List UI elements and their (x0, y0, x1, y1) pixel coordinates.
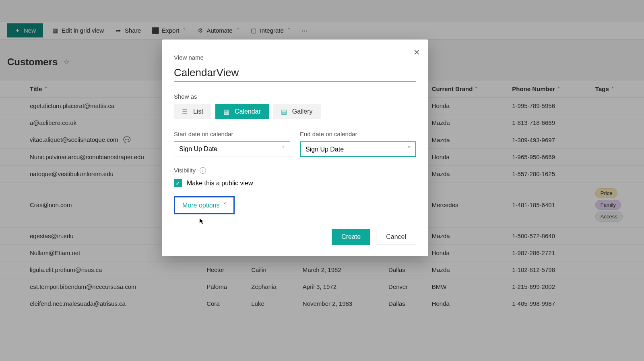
start-date-select[interactable]: Sign Up Date ˅ (174, 141, 290, 156)
end-date-value: Sign Up Date (305, 146, 344, 153)
more-options-label: More options (182, 202, 220, 209)
chevron-down-icon: ˅ (282, 145, 285, 153)
chevron-down-icon: ˅ (223, 201, 226, 209)
more-options-link[interactable]: More options ˅ (182, 201, 226, 209)
gallery-icon: ▤ (281, 108, 288, 115)
checkbox-checked-icon: ✓ (174, 179, 182, 187)
create-button-label: Create (341, 233, 361, 240)
cancel-button[interactable]: Cancel (376, 229, 416, 245)
segment-gallery-label: Gallery (292, 108, 313, 115)
cancel-button-label: Cancel (386, 233, 406, 240)
segment-list-label: List (193, 108, 203, 115)
close-button[interactable]: ✕ (413, 48, 420, 57)
create-button[interactable]: Create (332, 229, 370, 245)
calendar-icon: ▦ (223, 108, 231, 115)
segment-calendar[interactable]: ▦ Calendar (215, 104, 269, 119)
segment-list[interactable]: ☰ List (174, 104, 211, 119)
segment-calendar-label: Calendar (235, 108, 261, 115)
show-as-label: Show as (174, 93, 416, 100)
show-as-segments: ☰ List ▦ Calendar ▤ Gallery (174, 104, 416, 119)
end-date-label: End date on calendar (300, 131, 416, 137)
list-icon: ☰ (182, 108, 189, 115)
view-name-label: View name (174, 54, 416, 61)
segment-gallery[interactable]: ▤ Gallery (273, 104, 321, 119)
chevron-down-icon: ˅ (407, 145, 411, 153)
view-name-input[interactable] (174, 65, 416, 82)
end-date-select[interactable]: Sign Up Date ˅ (300, 141, 416, 157)
start-date-value: Sign Up Date (179, 145, 217, 153)
visibility-row: Visibility i (174, 167, 416, 174)
close-icon: ✕ (413, 48, 420, 57)
start-date-label: Start date on calendar (174, 131, 290, 137)
public-view-checkbox-row[interactable]: ✓ Make this a public view (174, 179, 416, 187)
more-options-highlight: More options ˅ (174, 196, 235, 214)
info-icon[interactable]: i (200, 167, 206, 174)
date-fields-row: Start date on calendar Sign Up Date ˅ En… (174, 131, 416, 157)
cursor-icon (198, 218, 205, 225)
dialog-actions: Create Cancel (174, 229, 416, 245)
visibility-label: Visibility (174, 167, 196, 174)
public-view-label: Make this a public view (187, 180, 253, 187)
create-view-dialog: ✕ View name Show as ☰ List ▦ Calendar ▤ … (162, 39, 428, 256)
